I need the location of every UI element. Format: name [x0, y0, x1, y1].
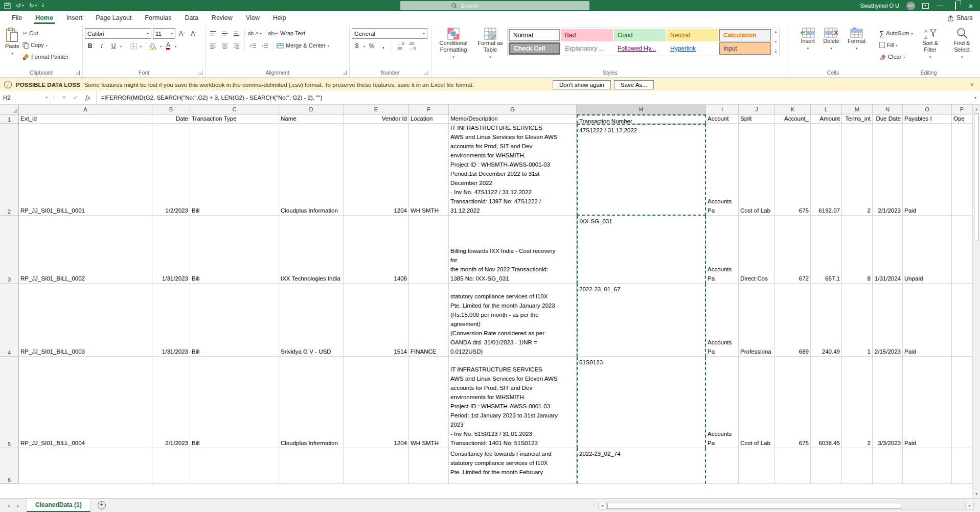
cell-N5[interactable]: 3/3/2023: [873, 357, 903, 448]
find-select-button[interactable]: Find & Select▾: [948, 26, 976, 62]
share-button[interactable]: Share: [947, 14, 973, 21]
cell-H2[interactable]: 47S1222 / 31.12.2022: [577, 124, 706, 216]
cell-L5[interactable]: 6038.45: [811, 357, 842, 448]
cell-E4[interactable]: 1514: [344, 284, 409, 357]
format-cells-button[interactable]: Format▾: [845, 26, 869, 53]
cell-B1[interactable]: Date: [152, 114, 190, 124]
row-header-5[interactable]: 5: [0, 357, 19, 448]
redo-button[interactable]: ↻▾: [29, 2, 37, 9]
cell-G3[interactable]: Billing towards IXX India - Cost recover…: [449, 216, 577, 284]
font-dialog-launcher[interactable]: [198, 71, 202, 75]
increase-decimal-button[interactable]: ←.0.00: [395, 41, 405, 51]
cell-D2[interactable]: Cloudplus Information: [279, 124, 344, 216]
cell-F5[interactable]: WH SMTH: [409, 357, 449, 448]
align-center-icon[interactable]: [219, 40, 230, 51]
cell-I2[interactable]: Accounts Pa: [706, 124, 739, 216]
row-header-2[interactable]: 2: [0, 124, 19, 216]
sheet-nav-right-icon[interactable]: ▸: [17, 503, 19, 508]
bold-button[interactable]: B: [85, 41, 95, 51]
customize-qat-icon[interactable]: ▾: [42, 4, 44, 8]
cell-N3[interactable]: 1/31/2024: [873, 216, 903, 284]
cell-E6[interactable]: [344, 448, 409, 484]
message-bar-close-icon[interactable]: ×: [970, 81, 976, 88]
cell-P5[interactable]: [952, 357, 972, 448]
scroll-down-icon[interactable]: ▾: [973, 490, 980, 498]
vertical-scroll-thumb[interactable]: [974, 113, 979, 241]
cell-K4[interactable]: 689: [775, 284, 811, 357]
cell-F4[interactable]: FINANCE: [409, 284, 449, 357]
decrease-font-icon[interactable]: Aˇ: [189, 29, 199, 39]
style-item-calculation[interactable]: Calculation: [719, 29, 771, 41]
scroll-up-icon[interactable]: ▴: [973, 105, 980, 113]
cell-M1[interactable]: Terms_int: [842, 114, 873, 124]
cell-D5[interactable]: Cloudplus Information: [279, 357, 344, 448]
cell-P4[interactable]: [952, 284, 972, 357]
autosum-button[interactable]: ∑AutoSum▾: [879, 28, 913, 38]
column-header-M[interactable]: M: [842, 105, 873, 114]
cell-A3[interactable]: RP_JJ_SI01_BILL_0002: [19, 216, 152, 284]
cell-O4[interactable]: Paid: [903, 284, 952, 357]
cell-C4[interactable]: Bill: [190, 284, 279, 357]
cell-F6[interactable]: [409, 448, 449, 484]
cell-N2[interactable]: 2/1/2023: [873, 124, 903, 216]
cell-D6[interactable]: [279, 448, 344, 484]
formula-bar-grip[interactable]: ⋮: [51, 91, 56, 104]
row-header-3[interactable]: 3: [0, 216, 19, 284]
cell-K6[interactable]: [775, 448, 811, 484]
cell-N4[interactable]: 2/15/2023: [873, 284, 903, 357]
cell-K1[interactable]: Account_: [775, 114, 811, 124]
cell-M4[interactable]: 1: [842, 284, 873, 357]
sheet-tab-cleaneddata[interactable]: CleanedData (1): [27, 499, 90, 512]
cell-I3[interactable]: Accounts Pa: [706, 216, 739, 284]
tab-formulas[interactable]: Formulas: [138, 12, 178, 24]
undo-button[interactable]: ↺▾: [16, 2, 24, 9]
column-header-F[interactable]: F: [409, 105, 449, 114]
column-header-H[interactable]: H: [577, 105, 706, 114]
row-header-6[interactable]: 6: [0, 448, 19, 484]
cell-J1[interactable]: Split: [739, 114, 775, 124]
restore-button[interactable]: [951, 2, 960, 9]
column-header-J[interactable]: J: [739, 105, 775, 114]
underline-button[interactable]: U: [108, 41, 119, 51]
cell-L2[interactable]: 6192.07: [811, 124, 842, 216]
ribbon-display-options-icon[interactable]: [922, 3, 929, 9]
borders-button[interactable]: [128, 41, 139, 51]
cell-C1[interactable]: Transaction Type: [190, 114, 279, 124]
column-header-A[interactable]: A: [19, 105, 152, 114]
decrease-indent-icon[interactable]: [248, 40, 258, 51]
cell-I6[interactable]: [706, 448, 739, 484]
cell-H1[interactable]: Transaction Number: [577, 114, 706, 124]
select-all-corner[interactable]: [0, 105, 19, 114]
tab-insert[interactable]: Insert: [60, 12, 89, 24]
sort-filter-button[interactable]: AZ Sort & Filter▾: [916, 26, 945, 62]
cell-M3[interactable]: 8: [842, 216, 873, 284]
decrease-decimal-button[interactable]: .00→.0: [407, 41, 417, 51]
align-bottom-icon[interactable]: [231, 28, 241, 38]
tab-view[interactable]: View: [239, 12, 266, 24]
align-middle-icon[interactable]: [219, 28, 230, 38]
cell-B2[interactable]: 1/2/2023: [152, 124, 190, 216]
save-icon[interactable]: [4, 3, 11, 9]
clear-button[interactable]: Clear▾: [879, 52, 913, 62]
cell-C5[interactable]: Bill: [190, 357, 279, 448]
dont-show-again-button[interactable]: Don't show again: [553, 80, 611, 89]
row-header-1[interactable]: 1: [0, 114, 19, 124]
italic-button[interactable]: I: [97, 41, 107, 51]
orientation-button[interactable]: ab↗: [248, 28, 259, 38]
search-box[interactable]: Search: [400, 1, 589, 10]
cell-G1[interactable]: Memo/Description: [449, 114, 577, 124]
minimize-button[interactable]: —: [936, 2, 944, 9]
cell-A5[interactable]: RP_JJ_SI01_BILL_0004: [19, 357, 152, 448]
scroll-left-icon[interactable]: ◂: [598, 502, 606, 510]
avatar[interactable]: SO: [906, 2, 915, 10]
cell-J2[interactable]: Cost of Lab: [739, 124, 775, 216]
column-header-D[interactable]: D: [279, 105, 344, 114]
cell-I5[interactable]: Accounts Pa: [706, 357, 739, 448]
tab-page-layout[interactable]: Page Layout: [89, 12, 138, 24]
number-dialog-launcher[interactable]: [424, 71, 428, 75]
column-header-O[interactable]: O: [903, 105, 952, 114]
close-button[interactable]: ×: [967, 2, 975, 10]
new-sheet-button[interactable]: +: [98, 501, 106, 509]
style-item-neutral[interactable]: Neutral: [667, 29, 718, 41]
tab-review[interactable]: Review: [205, 12, 239, 24]
